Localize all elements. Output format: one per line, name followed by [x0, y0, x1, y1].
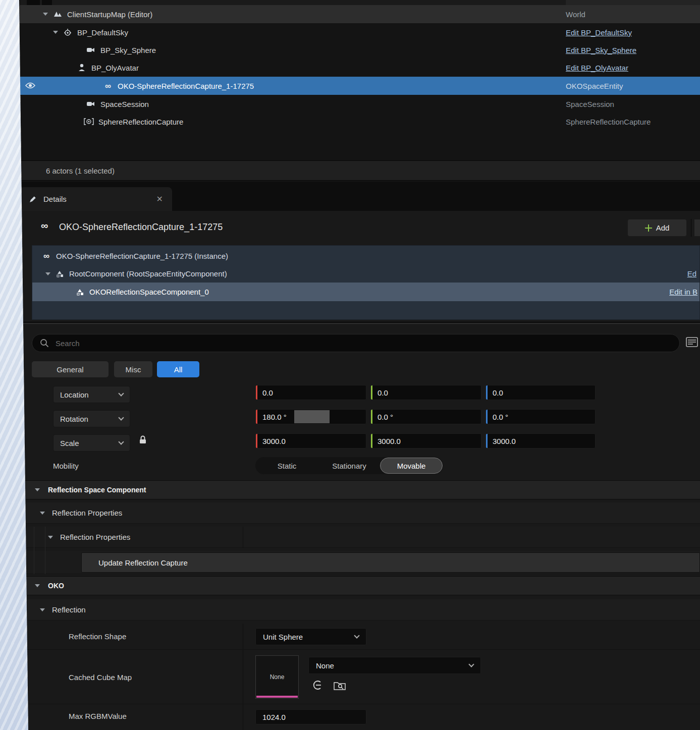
scale-x-field[interactable]: 3000.0 — [255, 433, 366, 448]
section-reflection-properties-inner[interactable]: Reflection Properties — [20, 527, 700, 548]
expander-down-icon[interactable] — [53, 31, 58, 34]
filter-label: Misc — [126, 365, 141, 374]
scale-y-field[interactable]: 3000.0 — [370, 433, 481, 448]
expander-down-icon[interactable] — [45, 272, 50, 275]
outliner-row-label: BP_Sky_Sphere — [100, 46, 156, 54]
edit-blueprint-link[interactable]: Edit BP_OlyAvatar — [566, 64, 628, 72]
outliner-row-oko-capture-selected[interactable]: ∞ OKO-SphereReflectionCapture_1-17275 OK… — [20, 77, 700, 95]
scale-dropdown[interactable]: Scale — [53, 434, 130, 452]
edit-blueprint-link[interactable]: Edit BP_DefaultSky — [566, 28, 632, 37]
view-options-icon[interactable] — [686, 337, 698, 349]
edit-in-blueprint-link[interactable]: Ed — [687, 269, 696, 278]
reflection-shape-row: Reflection Shape Unit Sphere — [20, 624, 700, 650]
category-oko[interactable]: OKO — [20, 576, 700, 595]
details-tabbar: Details ✕ — [20, 182, 700, 211]
column-splitter[interactable] — [243, 624, 243, 650]
tab-details[interactable]: Details ✕ — [20, 187, 172, 211]
browse-to-asset-icon[interactable] — [334, 680, 346, 690]
rotation-dropdown[interactable]: Rotation — [53, 410, 130, 427]
world-outliner-panel: ClientStartupMap (Editor) World BP_Defau… — [20, 0, 700, 160]
category-label: Reflection Space Component — [48, 486, 146, 494]
outliner-row-label: ClientStartupMap (Editor) — [67, 10, 152, 19]
actor-count-text: 6 actors (1 selected) — [46, 166, 115, 175]
mobility-option-label: Static — [278, 462, 297, 470]
expander-down-icon — [48, 536, 53, 539]
use-selected-asset-icon[interactable] — [312, 680, 324, 690]
column-splitter[interactable] — [243, 704, 243, 730]
filter-all-button[interactable]: All — [157, 361, 199, 377]
column-splitter[interactable] — [243, 527, 243, 548]
edit-in-blueprint-link[interactable]: Edit in B — [669, 288, 697, 296]
rotation-label: Rotation — [60, 415, 88, 423]
chevron-down-icon — [118, 390, 124, 396]
outliner-row-spherereflectioncapture[interactable]: SphereReflectionCapture SphereReflection… — [20, 113, 700, 131]
scale-z-field[interactable]: 3000.0 — [486, 433, 596, 448]
scene-component-icon — [55, 270, 65, 277]
component-row-instance[interactable]: ∞ OKO-SphereReflectionCapture_1-17275 (I… — [32, 247, 699, 265]
mobility-static-option[interactable]: Static — [255, 458, 318, 474]
expander-down-icon — [40, 608, 45, 611]
expander-down-icon[interactable] — [43, 13, 48, 16]
chevron-down-icon — [118, 439, 124, 444]
filter-general-button[interactable]: General — [32, 361, 109, 377]
mobility-label: Mobility — [53, 462, 79, 470]
cached-cube-map-row: Cached Cube Map None None — [20, 650, 700, 704]
update-reflection-capture-button[interactable]: Update Reflection Capture — [81, 552, 700, 573]
component-row-rootcomponent[interactable]: RootComponent (RootSpaceEntityComponent)… — [32, 265, 699, 283]
mobility-stationary-option[interactable]: Stationary — [318, 458, 380, 474]
add-button-label: Add — [656, 223, 670, 232]
location-z-field[interactable]: 0.0 — [486, 385, 596, 400]
outliner-header-cell — [42, 0, 52, 5]
outliner-row-bp-defaultsky[interactable]: BP_DefaultSky Edit BP_DefaultSky — [20, 23, 700, 41]
max-rgbm-field[interactable]: 1024.0 — [255, 709, 366, 724]
add-component-button[interactable]: Add — [627, 219, 687, 237]
splitter-line[interactable] — [20, 323, 700, 324]
expander-down-icon — [35, 584, 40, 587]
asset-thumbnail[interactable]: None — [255, 655, 299, 699]
component-row-okoreflection-selected[interactable]: OKOReflectionSpaceComponent_0 Edit in B — [32, 283, 699, 301]
cached-cube-map-label: Cached Cube Map — [69, 673, 132, 682]
section-reflection[interactable]: Reflection — [20, 599, 700, 621]
location-x-field[interactable]: 0.0 — [255, 385, 366, 400]
mobility-movable-option[interactable]: Movable — [380, 458, 443, 474]
outliner-row-bp-sky-sphere[interactable]: BP_Sky_Sphere Edit BP_Sky_Sphere — [20, 41, 700, 59]
section-label: Reflection Properties — [60, 533, 130, 541]
location-dropdown[interactable]: Location — [53, 386, 130, 403]
location-y-field[interactable]: 0.0 — [370, 385, 481, 400]
search-input[interactable] — [32, 334, 680, 352]
scale-lock-icon[interactable] — [139, 435, 147, 446]
max-rgbm-value: 1024.0 — [262, 713, 286, 721]
rotation-y-value: 0.0 ° — [378, 413, 393, 421]
rotation-x-value: 180.0 ° — [262, 413, 287, 421]
filter-label: General — [57, 365, 83, 374]
visibility-eye-icon[interactable] — [25, 82, 36, 91]
outliner-row-bp-olyavatar[interactable]: BP_OlyAvatar Edit BP_OlyAvatar — [20, 59, 700, 77]
section-reflection-properties[interactable]: Reflection Properties — [20, 502, 700, 524]
rotation-y-field[interactable]: 0.0 ° — [370, 409, 481, 424]
column-splitter[interactable] — [243, 650, 243, 704]
max-rgbm-row: Max RGBMValue 1024.0 — [20, 704, 700, 730]
unreal-editor-window: ClientStartupMap (Editor) World BP_Defau… — [19, 0, 700, 730]
outliner-row-world[interactable]: ClientStartupMap (Editor) World — [20, 5, 700, 23]
level-icon — [52, 11, 63, 18]
reflection-shape-label: Reflection Shape — [69, 632, 126, 641]
outliner-header-cell — [566, 0, 700, 5]
splitter-line[interactable] — [20, 322, 700, 322]
outliner-row-spacesession[interactable]: SpaceSession SpaceSession — [20, 95, 700, 113]
outliner-row-label: BP_OlyAvatar — [91, 64, 139, 72]
header-partial-button[interactable] — [694, 219, 700, 237]
reflection-shape-dropdown[interactable]: Unit Sphere — [255, 628, 366, 645]
component-row-label: RootComponent (RootSpaceEntityComponent) — [69, 269, 227, 278]
rotation-z-field[interactable]: 0.0 ° — [486, 409, 596, 424]
edit-blueprint-link[interactable]: Edit BP_Sky_Sphere — [566, 46, 636, 54]
reflection-shape-value: Unit Sphere — [263, 633, 303, 641]
category-reflection-space-component[interactable]: Reflection Space Component — [20, 480, 700, 499]
rotation-x-field[interactable]: 180.0 ° — [255, 409, 366, 424]
close-tab-icon[interactable]: ✕ — [156, 194, 163, 204]
filter-misc-button[interactable]: Misc — [114, 361, 152, 377]
cached-cube-map-dropdown[interactable]: None — [308, 657, 481, 674]
mobility-option-label: Movable — [397, 462, 426, 470]
mobility-option-label: Stationary — [332, 462, 366, 470]
filter-label: All — [174, 365, 183, 374]
outliner-row-type: SphereReflectionCapture — [566, 118, 651, 126]
